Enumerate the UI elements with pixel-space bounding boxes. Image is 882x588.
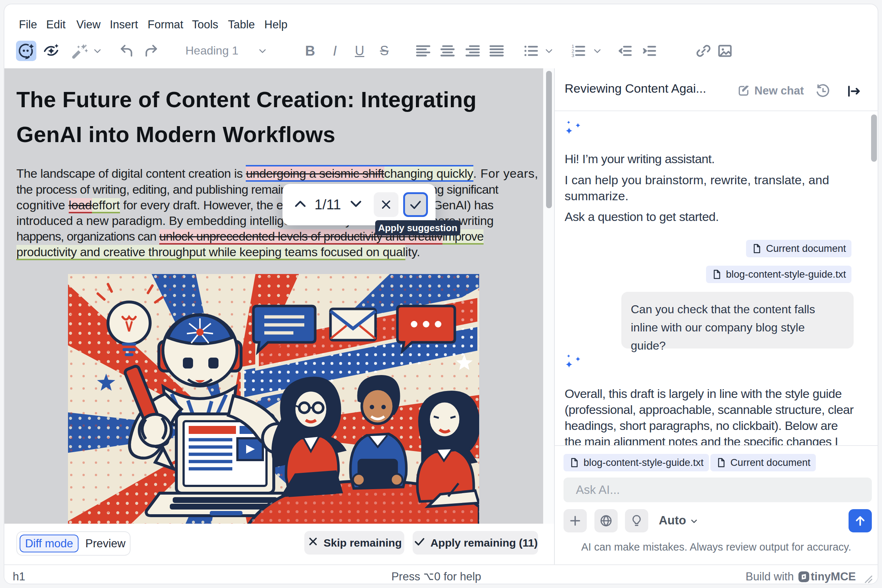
svg-text:3: 3 — [571, 53, 574, 58]
